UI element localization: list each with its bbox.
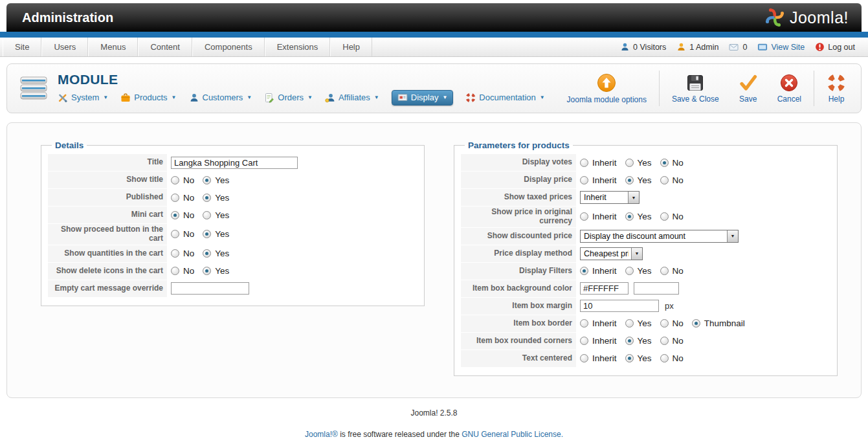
display-votes-radio-label-no[interactable]: No xyxy=(673,158,684,168)
item-box-border-radio-no[interactable] xyxy=(660,319,669,328)
item-box-background-color-preview-input[interactable] xyxy=(634,282,679,295)
item-box-rounded-corners-radio-no[interactable] xyxy=(660,337,669,345)
text-centered-radio-inherit[interactable] xyxy=(580,354,588,362)
published-radio-label-no[interactable]: No xyxy=(183,193,194,203)
show-taxed-prices-select[interactable]: Inherit▼ xyxy=(580,191,640,204)
show-title-radio-label-no[interactable]: No xyxy=(183,175,194,185)
show-price-original-currency-radio-yes[interactable] xyxy=(625,212,634,221)
cancel-button[interactable]: Cancel xyxy=(768,64,811,113)
show-proceed-button-radio-label-no[interactable]: No xyxy=(183,229,194,239)
display-votes-radio-label-inherit[interactable]: Inherit xyxy=(592,158,617,168)
toolbar-menu-orders[interactable]: Orders▼ xyxy=(264,93,313,103)
show-delete-icons-radio-yes[interactable] xyxy=(203,267,211,275)
title-input[interactable] xyxy=(171,157,298,169)
help-button[interactable]: Help xyxy=(817,64,856,113)
show-quantities-radio-label-no[interactable]: No xyxy=(183,249,194,258)
price-display-method-select[interactable]: Cheapest price▼ xyxy=(580,247,643,260)
empty-cart-message-input[interactable] xyxy=(171,282,249,295)
toolbar-menu-affiliates[interactable]: Affiliates▼ xyxy=(325,93,379,103)
mini-cart-radio-label-no[interactable]: No xyxy=(183,210,194,220)
text-centered-radio-no[interactable] xyxy=(660,354,669,362)
mini-cart-radio-yes[interactable] xyxy=(203,211,211,219)
display-price-radio-no[interactable] xyxy=(660,176,669,184)
item-box-rounded-corners-radio-label-yes[interactable]: Yes xyxy=(638,336,652,346)
display-price-radio-yes[interactable] xyxy=(625,176,634,184)
menubar-item-users[interactable]: Users xyxy=(41,38,88,56)
show-proceed-button-radio-label-yes[interactable]: Yes xyxy=(215,229,229,239)
toolbar-menu-system[interactable]: System▼ xyxy=(58,93,108,103)
item-box-border-radio-yes[interactable] xyxy=(625,319,634,328)
joomla-module-options-button[interactable]: Joomla module options xyxy=(557,64,656,113)
item-box-rounded-corners-radio-label-inherit[interactable]: Inherit xyxy=(592,336,617,346)
show-title-radio-label-yes[interactable]: Yes xyxy=(215,175,229,185)
display-filters-radio-no[interactable] xyxy=(660,267,669,275)
save-button[interactable]: Save xyxy=(729,64,768,113)
published-radio-no[interactable] xyxy=(171,194,179,202)
status-view-site[interactable]: View Site xyxy=(757,42,805,52)
display-price-radio-label-inherit[interactable]: Inherit xyxy=(592,175,617,185)
text-centered-radio-label-inherit[interactable]: Inherit xyxy=(592,353,617,363)
item-box-border-radio-label-yes[interactable]: Yes xyxy=(638,318,652,328)
show-price-original-currency-radio-label-inherit[interactable]: Inherit xyxy=(592,212,617,221)
display-price-radio-label-no[interactable]: No xyxy=(673,175,684,185)
item-box-background-color-input[interactable] xyxy=(580,282,629,295)
menubar-item-extensions[interactable]: Extensions xyxy=(265,38,331,56)
display-filters-radio-yes[interactable] xyxy=(625,267,634,275)
mini-cart-radio-label-yes[interactable]: Yes xyxy=(215,210,229,220)
item-box-border-radio-thumbnail[interactable] xyxy=(692,319,700,328)
toolbar-menu-customers[interactable]: Customers▼ xyxy=(189,93,252,103)
text-centered-radio-yes[interactable] xyxy=(625,354,634,362)
display-price-radio-label-yes[interactable]: Yes xyxy=(638,175,652,185)
item-box-rounded-corners-radio-label-no[interactable]: No xyxy=(673,336,684,346)
display-votes-radio-inherit[interactable] xyxy=(580,159,588,167)
item-box-border-radio-label-no[interactable]: No xyxy=(673,318,684,328)
save-close-button[interactable]: Save & Close xyxy=(662,64,729,113)
show-title-radio-no[interactable] xyxy=(171,176,179,184)
display-filters-radio-label-yes[interactable]: Yes xyxy=(638,266,652,276)
display-filters-radio-inherit[interactable] xyxy=(580,267,588,275)
show-quantities-radio-yes[interactable] xyxy=(203,249,211,258)
status-label[interactable]: Log out xyxy=(828,43,855,52)
item-box-border-radio-label-thumbnail[interactable]: Thumbnail xyxy=(704,318,745,328)
status-label[interactable]: 0 xyxy=(742,43,747,52)
show-price-original-currency-radio-no[interactable] xyxy=(660,212,669,221)
toolbar-menu-documentation[interactable]: Documentation▼ xyxy=(465,93,544,103)
show-discounted-price-select[interactable]: Display the discount amount▼ xyxy=(580,230,739,243)
show-price-original-currency-radio-label-yes[interactable]: Yes xyxy=(638,212,652,221)
published-radio-yes[interactable] xyxy=(203,194,211,202)
text-centered-radio-label-no[interactable]: No xyxy=(673,353,684,363)
show-price-original-currency-radio-inherit[interactable] xyxy=(580,212,588,221)
menubar-item-components[interactable]: Components xyxy=(192,38,265,56)
show-proceed-button-radio-yes[interactable] xyxy=(203,230,211,238)
footer-license-link[interactable]: Joomla!® xyxy=(305,430,338,439)
show-price-original-currency-radio-label-no[interactable]: No xyxy=(673,212,684,221)
status-log-out[interactable]: Log out xyxy=(815,42,855,52)
show-quantities-radio-no[interactable] xyxy=(171,249,179,258)
published-radio-label-yes[interactable]: Yes xyxy=(215,193,229,203)
menubar-item-content[interactable]: Content xyxy=(138,38,192,56)
show-delete-icons-radio-label-no[interactable]: No xyxy=(183,266,194,276)
status-0[interactable]: 0 xyxy=(729,43,747,52)
toolbar-menu-display[interactable]: Display▼ xyxy=(392,90,454,106)
mini-cart-radio-no[interactable] xyxy=(171,211,179,219)
menubar-item-menus[interactable]: Menus xyxy=(88,38,138,56)
toolbar-menu-products[interactable]: Products▼ xyxy=(120,93,176,103)
show-title-radio-yes[interactable] xyxy=(203,176,211,184)
show-proceed-button-radio-no[interactable] xyxy=(171,230,179,238)
display-filters-radio-label-inherit[interactable]: Inherit xyxy=(592,266,617,276)
item-box-rounded-corners-radio-inherit[interactable] xyxy=(580,337,588,345)
footer-license-link[interactable]: GNU General Public License. xyxy=(462,430,563,439)
item-box-border-radio-inherit[interactable] xyxy=(580,319,588,328)
show-delete-icons-radio-no[interactable] xyxy=(171,267,179,275)
text-centered-radio-label-yes[interactable]: Yes xyxy=(638,353,652,363)
show-delete-icons-radio-label-yes[interactable]: Yes xyxy=(215,266,229,276)
menubar-item-help[interactable]: Help xyxy=(330,38,372,56)
display-votes-radio-yes[interactable] xyxy=(625,159,634,167)
display-votes-radio-no[interactable] xyxy=(660,159,669,167)
item-box-rounded-corners-radio-yes[interactable] xyxy=(625,337,634,345)
menubar-item-site[interactable]: Site xyxy=(3,38,41,56)
item-box-margin-input[interactable] xyxy=(580,300,659,312)
display-price-radio-inherit[interactable] xyxy=(580,176,588,184)
show-quantities-radio-label-yes[interactable]: Yes xyxy=(215,249,229,258)
status-label[interactable]: View Site xyxy=(771,43,805,52)
